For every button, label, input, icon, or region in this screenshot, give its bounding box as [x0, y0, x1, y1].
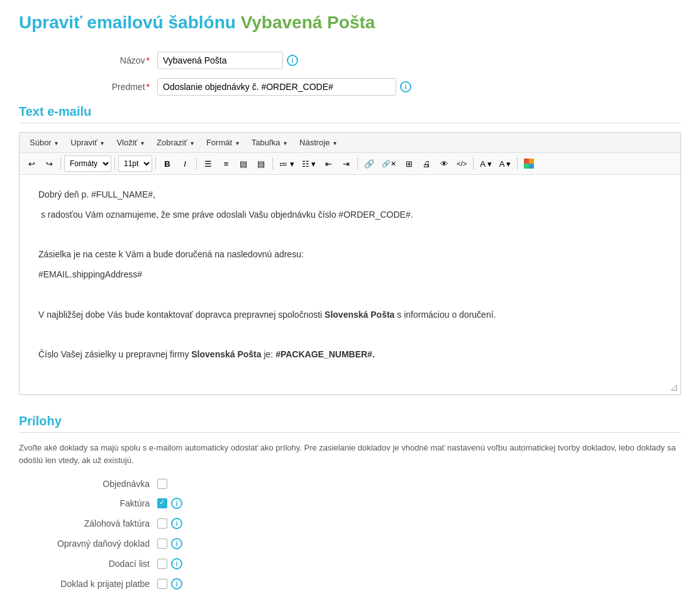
- name-row: Názov* i: [19, 52, 681, 69]
- page-title-part2: Vybavená Pošta: [241, 13, 375, 32]
- toolbar-sep-7: [473, 157, 474, 170]
- subor-caret: ▾: [55, 140, 58, 147]
- editor-line-5: V najbližšej dobe Vás bude kontaktovať d…: [38, 308, 662, 323]
- vlozit-caret: ▾: [141, 140, 144, 147]
- redo-button[interactable]: ↪: [41, 155, 57, 172]
- toolbar-sep-3: [155, 157, 156, 170]
- align-justify-button[interactable]: ▤: [253, 155, 269, 172]
- name-input[interactable]: [157, 52, 283, 69]
- attach-opravny-checkbox[interactable]: [157, 539, 167, 549]
- attach-doklad-platba-info-icon[interactable]: i: [171, 578, 182, 590]
- toolbar-sep-5: [272, 157, 273, 170]
- attachments-description: Zvoľte aké doklady sa majú spolu s e-mai…: [19, 442, 681, 466]
- ordered-list-button[interactable]: ☷ ▾: [299, 155, 319, 172]
- editor-line-blank-3: [38, 328, 662, 343]
- page-title-part1: Upraviť emailovú šablónu: [19, 13, 241, 32]
- editor-wrapper: Súbor ▾ Upraviť ▾ Vložiť ▾ Zobraziť ▾ Fo…: [19, 132, 681, 395]
- color-swatch: [524, 159, 534, 169]
- subject-row: Predmet* i: [19, 78, 681, 96]
- indent-button[interactable]: ⇥: [338, 155, 354, 172]
- email-section-title: Text e-mailu: [19, 104, 681, 123]
- code-button[interactable]: </>: [453, 155, 470, 172]
- attach-objednavka-checkbox[interactable]: [157, 479, 167, 489]
- attach-doklad-platba-checkbox[interactable]: [157, 579, 167, 589]
- toolbar-sep-8: [517, 157, 518, 170]
- subject-input[interactable]: [157, 78, 396, 96]
- attach-zalohova-label: Zálohová faktúra: [19, 518, 157, 528]
- attach-faktura-info-icon[interactable]: i: [171, 498, 182, 509]
- editor-line-blank-1: [38, 228, 662, 243]
- editor-line-4: #EMAIL.shippingAddress#: [38, 267, 662, 282]
- attach-opravny: Opravný daňový doklad i: [19, 538, 681, 549]
- bold-button[interactable]: B: [159, 155, 175, 172]
- editor-line-3: Zásielka je na ceste k Vám a bude doruče…: [38, 247, 662, 262]
- format-caret: ▾: [236, 140, 239, 147]
- nastroje-caret: ▾: [333, 140, 336, 147]
- menu-vlozit[interactable]: Vložiť ▾: [111, 135, 149, 150]
- align-center-button[interactable]: ≡: [218, 155, 234, 172]
- attach-doklad-platba: Doklad k prijatej platbe i: [19, 578, 681, 590]
- font-size-select[interactable]: 11pt: [118, 155, 152, 172]
- bullet-list-button[interactable]: ≔ ▾: [276, 155, 297, 172]
- unlink-button[interactable]: 🔗✕: [379, 155, 399, 172]
- resize-handle[interactable]: ⊿: [19, 380, 681, 394]
- attach-dodaci: Dodací list i: [19, 558, 681, 569]
- upravit-caret: ▾: [101, 140, 104, 147]
- menu-format[interactable]: Formát ▾: [201, 135, 244, 150]
- table-button[interactable]: ⊞: [401, 155, 417, 172]
- page-title: Upraviť emailovú šablónu Vybavená Pošta: [19, 13, 681, 33]
- menu-zobrazit[interactable]: Zobraziť ▾: [152, 135, 199, 150]
- font-color-button[interactable]: A ▾: [477, 155, 495, 172]
- editor-line-2: s radosťou Vám oznamujeme, že sme práve …: [38, 208, 662, 223]
- editor-line-1: Dobrý deň p. #FULL_NAME#,: [38, 187, 662, 203]
- attach-faktura-label: Faktúra: [19, 498, 157, 508]
- undo-button[interactable]: ↩: [23, 155, 40, 172]
- print-button[interactable]: 🖨: [418, 155, 435, 172]
- toolbar-sep-1: [60, 157, 61, 170]
- attach-opravny-label: Opravný daňový doklad: [19, 539, 157, 549]
- attach-zalohova: Zálohová faktúra i: [19, 518, 681, 529]
- menu-nastroje[interactable]: Nástroje ▾: [294, 135, 342, 150]
- attach-dodaci-info-icon[interactable]: i: [171, 558, 182, 569]
- link-button[interactable]: 🔗: [361, 155, 377, 172]
- toolbar: ↩ ↪ Formáty 11pt B I ☰ ≡ ▤ ▤ ≔ ▾ ☷ ▾ ⇤ ⇥…: [19, 153, 681, 175]
- editor-content[interactable]: Dobrý deň p. #FULL_NAME#, s radosťou Vám…: [19, 175, 681, 380]
- attach-objednavka-label: Objednávka: [19, 479, 157, 489]
- italic-button[interactable]: I: [177, 155, 193, 172]
- editor-line-blank-2: [38, 288, 662, 303]
- zobrazit-caret: ▾: [191, 140, 194, 147]
- color-palette-button[interactable]: [521, 155, 537, 172]
- bg-color-button[interactable]: A ▾: [496, 155, 514, 172]
- toolbar-sep-6: [357, 157, 358, 170]
- attach-objednavka: Objednávka: [19, 479, 681, 489]
- attach-doklad-platba-label: Doklad k prijatej platbe: [19, 579, 157, 589]
- attachments-title: Prílohy: [19, 414, 681, 433]
- attach-faktura: Faktúra i: [19, 498, 681, 509]
- outdent-button[interactable]: ⇤: [320, 155, 336, 172]
- name-info-icon[interactable]: i: [287, 55, 298, 66]
- formats-select[interactable]: Formáty: [64, 155, 111, 172]
- attach-dodaci-checkbox[interactable]: [157, 559, 167, 569]
- name-label: Názov*: [19, 55, 157, 65]
- toolbar-sep-2: [114, 157, 115, 170]
- subject-info-icon[interactable]: i: [400, 81, 411, 92]
- attach-dodaci-label: Dodací list: [19, 559, 157, 569]
- attach-zalohova-info-icon[interactable]: i: [171, 518, 182, 529]
- attach-zalohova-checkbox[interactable]: [157, 518, 167, 528]
- menu-upravit[interactable]: Upraviť ▾: [65, 135, 109, 150]
- menu-tabulka[interactable]: Tabuľka ▾: [247, 135, 292, 150]
- menu-subor[interactable]: Súbor ▾: [25, 135, 63, 150]
- menu-bar: Súbor ▾ Upraviť ▾ Vložiť ▾ Zobraziť ▾ Fo…: [19, 133, 681, 153]
- attach-faktura-checkbox[interactable]: [157, 498, 167, 508]
- align-right-button[interactable]: ▤: [235, 155, 252, 172]
- preview-button[interactable]: 👁: [436, 155, 452, 172]
- tabulka-caret: ▾: [284, 140, 287, 147]
- subject-label: Predmet*: [19, 82, 157, 92]
- toolbar-sep-4: [196, 157, 197, 170]
- align-left-button[interactable]: ☰: [200, 155, 216, 172]
- editor-line-6: Číslo Vašej zásielky u prepravnej firmy …: [38, 347, 662, 362]
- attach-opravny-info-icon[interactable]: i: [171, 538, 182, 549]
